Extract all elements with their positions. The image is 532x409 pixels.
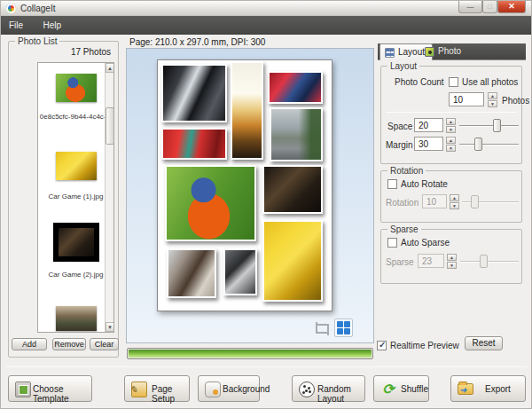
photo-count-input[interactable] — [449, 92, 484, 106]
margin-slider[interactable] — [459, 137, 519, 152]
space-stepper[interactable]: ▲▼ — [446, 118, 456, 133]
layout-grid-icon — [385, 48, 395, 58]
random-layout-label: Random Layout — [317, 384, 364, 404]
photo-list-group: Photo List 17 Photos 0e8c5cfc-9b44-4c4c-… — [8, 41, 119, 358]
collage-photo-crash-smoke[interactable] — [167, 248, 216, 298]
background-icon — [205, 381, 221, 397]
sparse-label: Sparse — [386, 257, 414, 267]
page-setup-icon — [131, 381, 147, 397]
collage-photo-lorikeet-bird[interactable] — [165, 165, 256, 241]
tab-photo[interactable]: Photo — [420, 43, 468, 60]
photo-count-stepper[interactable]: ▲▼ — [488, 92, 497, 107]
photo-count-label: Photo Count — [395, 77, 444, 87]
margin-label: Margin — [386, 140, 413, 150]
photo-filename: Car Game (1).jpg — [38, 193, 113, 201]
sparse-input — [418, 254, 444, 268]
photo-list-group-label: Photo List — [15, 36, 59, 46]
scroll-down-icon[interactable]: ▼ — [106, 322, 114, 332]
collage-photo-graffiti-car[interactable] — [161, 128, 227, 160]
menu-help[interactable]: Help — [35, 17, 70, 30]
photos-label: Photos — [502, 96, 529, 106]
tab-photo-label: Photo — [438, 46, 461, 56]
scroll-up-icon[interactable]: ▲ — [106, 63, 114, 73]
choose-template-button[interactable]: Choose Template — [8, 375, 92, 402]
shuffle-button[interactable]: ⟳ Shuffle — [373, 375, 429, 402]
sparse-group-label: Sparse — [387, 224, 421, 234]
collage-photo-wrecked-car[interactable] — [262, 165, 323, 214]
divider — [386, 112, 517, 113]
reset-button[interactable]: Reset — [465, 336, 503, 350]
use-all-photos-label: Use all photos — [462, 77, 518, 87]
collage-photo-rally-car[interactable] — [231, 61, 263, 160]
margin-input[interactable] — [414, 137, 443, 151]
export-button[interactable]: Export — [450, 375, 526, 402]
random-layout-button[interactable]: Random Layout — [292, 375, 365, 402]
space-input[interactable] — [414, 118, 443, 132]
export-label: Export — [485, 384, 511, 394]
collage-photo-race-car-dark[interactable] — [161, 64, 227, 122]
close-button[interactable]: ✕ — [497, 1, 526, 13]
collage-preview-area — [126, 48, 374, 343]
layout-group-label: Layout — [387, 61, 419, 71]
photo-filename: Car Game (2).jpg — [38, 271, 113, 279]
photo-thumbnail-wreck — [59, 228, 94, 256]
menu-bar: File Help — [1, 16, 531, 35]
minimize-button[interactable]: — — [458, 1, 482, 13]
realtime-preview-label: Realtime Preview — [390, 341, 459, 350]
fit-layout-grid-icon[interactable] — [334, 319, 353, 337]
shuffle-label: Shuffle — [401, 384, 428, 394]
photo-thumbnail-bird — [56, 74, 97, 102]
use-all-photos-checkbox[interactable] — [449, 77, 458, 87]
collage-photo-red-blue[interactable] — [268, 71, 323, 104]
clear-button[interactable]: Clear — [90, 338, 119, 350]
realtime-preview-checkbox[interactable] — [377, 341, 387, 350]
background-button[interactable]: Background — [198, 375, 260, 402]
export-folder-icon — [458, 383, 473, 395]
photo-thumbnail-forest — [56, 306, 97, 331]
add-button[interactable]: Add — [12, 338, 47, 350]
auto-rotate-checkbox[interactable] — [387, 179, 397, 189]
auto-rotate-label: Auto Rotate — [401, 179, 448, 189]
scrollbar-thumb[interactable] — [106, 107, 114, 145]
photo-list[interactable]: 0e8c5cfc-9b44-4c4c-... Car Game (1).jpg … — [37, 62, 114, 333]
divider — [6, 366, 528, 367]
photo-filename: 0e8c5cfc-9b44-4c4c-... — [38, 113, 113, 121]
photo-count-text: 17 Photos — [71, 47, 111, 57]
rotation-slider — [462, 194, 519, 209]
space-slider[interactable] — [459, 118, 519, 133]
rotation-group-label: Rotation — [387, 166, 426, 176]
background-label: Background — [223, 384, 270, 394]
random-dots-icon — [299, 381, 315, 397]
photo-list-scrollbar[interactable]: ▲ ▼ — [105, 63, 113, 332]
photo-thumbnail-yellow-car — [56, 152, 97, 180]
collage-photo-gray-car[interactable] — [223, 248, 257, 295]
progress-bar — [127, 348, 373, 359]
margin-stepper[interactable]: ▲▼ — [446, 137, 456, 152]
right-panel-tabs: Layout Photo — [378, 43, 526, 60]
rotation-stepper: ▲▼ — [450, 194, 459, 209]
shuffle-arrows-icon: ⟳ — [380, 381, 396, 397]
auto-sparse-checkbox[interactable] — [387, 238, 397, 248]
photo-icon — [425, 47, 434, 57]
collage-page — [157, 59, 332, 311]
page-setup-label: Page Setup — [152, 384, 189, 404]
app-logo-icon — [6, 4, 16, 13]
sparse-stepper: ▲▼ — [447, 254, 457, 269]
page-setup-button[interactable]: Page Setup — [124, 375, 190, 402]
choose-template-label: Choose Template — [33, 384, 91, 404]
crop-icon — [313, 321, 329, 337]
collage-photo-mountain-road[interactable] — [270, 107, 323, 161]
sparse-slider — [460, 254, 519, 269]
collage-photo-yellow-car[interactable] — [262, 220, 323, 302]
maximize-button: □ — [482, 1, 497, 13]
window-title: CollageIt — [20, 4, 55, 13]
app-window: CollageIt — □ ✕ File Help Photo List 17 … — [0, 0, 532, 409]
progress-bar-fill — [129, 350, 372, 358]
rotation-label: Rotation — [386, 198, 419, 208]
menu-file[interactable]: File — [1, 17, 31, 30]
page-info-text: Page: 210.0 x 297.0 mm, DPI: 300 — [129, 37, 265, 47]
space-label: Space — [387, 122, 412, 131]
remove-button[interactable]: Remove — [52, 338, 86, 350]
auto-sparse-label: Auto Sparse — [401, 238, 450, 248]
template-icon — [15, 381, 31, 397]
